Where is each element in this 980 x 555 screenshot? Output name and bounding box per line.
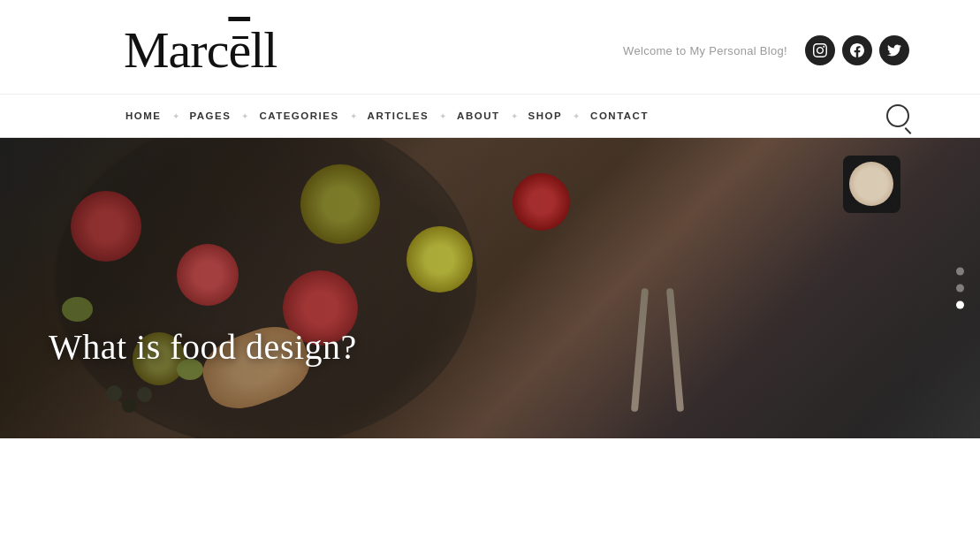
nav-link-contact[interactable]: CONTACT xyxy=(589,110,650,121)
nav-link-home[interactable]: HOME xyxy=(124,110,163,121)
nav-separator-3: ✦ xyxy=(341,111,366,121)
header-right: Welcome to My Personal Blog! xyxy=(623,35,909,65)
nav-separator-2: ✦ xyxy=(232,111,257,121)
nav-items: HOME ✦ PAGES ✦ CATEGORIES ✦ ARTICLES ✦ A… xyxy=(124,110,650,121)
tagline: Welcome to My Personal Blog! xyxy=(623,44,787,57)
nav-link-categories[interactable]: CATEGORIES xyxy=(257,110,340,121)
nav-link-pages[interactable]: PAGES xyxy=(188,110,233,121)
nav-bar: HOME ✦ PAGES ✦ CATEGORIES ✦ ARTICLES ✦ A… xyxy=(0,94,980,138)
nav-item-about[interactable]: ABOUT xyxy=(455,110,501,121)
slider-dot-3[interactable] xyxy=(956,301,964,309)
facebook-icon[interactable] xyxy=(842,35,872,65)
slider-dot-1[interactable] xyxy=(956,268,964,276)
nav-link-articles[interactable]: ARTICLES xyxy=(366,110,431,121)
nav-item-home[interactable]: HOME xyxy=(124,110,163,121)
slider-dot-2[interactable] xyxy=(956,285,964,293)
search-icon xyxy=(886,104,909,127)
nav-item-shop[interactable]: SHOP xyxy=(527,110,565,121)
nav-separator-5: ✦ xyxy=(502,111,527,121)
slider-dots xyxy=(956,268,964,309)
twitter-icon[interactable] xyxy=(879,35,909,65)
hero-slide-text: What is food design? xyxy=(49,326,357,368)
social-icons xyxy=(805,35,909,65)
nav-separator-6: ✦ xyxy=(564,111,589,121)
site-logo[interactable]: Marcēll xyxy=(124,25,277,76)
nav-separator-1: ✦ xyxy=(163,111,188,121)
header: Marcēll Welcome to My Personal Blog! xyxy=(0,0,980,94)
nav-separator-4: ✦ xyxy=(430,111,455,121)
nav-item-categories[interactable]: CATEGORIES xyxy=(257,110,340,121)
nav-link-about[interactable]: ABOUT xyxy=(455,110,501,121)
hero-section: What is food design? xyxy=(0,138,980,438)
search-button[interactable] xyxy=(886,104,909,127)
nav-item-articles[interactable]: ARTICLES xyxy=(366,110,431,121)
nav-link-shop[interactable]: SHOP xyxy=(527,110,565,121)
nav-item-pages[interactable]: PAGES xyxy=(188,110,233,121)
nav-item-contact[interactable]: CONTACT xyxy=(589,110,650,121)
hero-overlay xyxy=(0,138,980,438)
instagram-icon[interactable] xyxy=(805,35,835,65)
